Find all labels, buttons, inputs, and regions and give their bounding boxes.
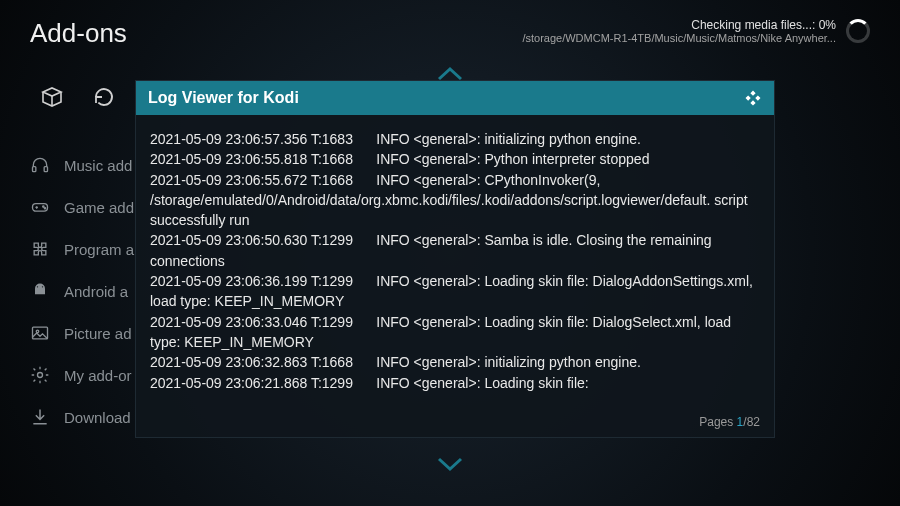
svg-point-4	[44, 208, 45, 209]
sidebar-item-picture[interactable]: Picture ad	[30, 323, 134, 343]
dialog-header: Log Viewer for Kodi	[136, 81, 774, 115]
sidebar-item-label: Android a	[64, 283, 128, 300]
headphones-icon	[30, 155, 50, 175]
log-line: 2021-05-09 23:06:55.672 T:1668 INFO <gen…	[150, 170, 760, 231]
sidebar-item-program[interactable]: Program a	[30, 239, 134, 259]
pages-total: 82	[747, 415, 760, 429]
sidebar-item-label: Download	[64, 409, 131, 426]
log-line: 2021-05-09 23:06:55.818 T:1668 INFO <gen…	[150, 149, 760, 169]
sidebar-item-label: Picture ad	[64, 325, 132, 342]
pager: Pages 1/82	[136, 415, 774, 437]
puzzle-icon	[30, 239, 50, 259]
page-title: Add-ons	[30, 18, 127, 49]
status-area: Checking media files...: 0% /storage/WDM…	[522, 18, 870, 44]
log-line: 2021-05-09 23:06:33.046 T:1299 INFO <gen…	[150, 312, 760, 353]
sidebar-item-label: Game add	[64, 199, 134, 216]
header: Add-ons Checking media files...: 0% /sto…	[30, 18, 870, 49]
svg-point-5	[37, 286, 38, 287]
sidebar-item-myaddons[interactable]: My add-or	[30, 365, 134, 385]
log-content: 2021-05-09 23:06:57.356 T:1683 INFO <gen…	[136, 115, 774, 415]
dialog-title: Log Viewer for Kodi	[148, 89, 299, 107]
log-line: 2021-05-09 23:06:36.199 T:1299 INFO <gen…	[150, 271, 760, 312]
log-line: 2021-05-09 23:06:32.863 T:1668 INFO <gen…	[150, 352, 760, 372]
toolbar	[40, 85, 116, 109]
svg-point-3	[43, 206, 44, 207]
svg-rect-0	[33, 167, 36, 172]
status-progress: Checking media files...: 0%	[691, 18, 836, 32]
download-icon	[30, 407, 50, 427]
sidebar-item-label: Program a	[64, 241, 134, 258]
sidebar-item-android[interactable]: Android a	[30, 281, 134, 301]
scroll-down-button[interactable]	[437, 450, 463, 478]
log-line: 2021-05-09 23:06:57.356 T:1683 INFO <gen…	[150, 129, 760, 149]
sidebar-item-music[interactable]: Music add	[30, 155, 134, 175]
gear-icon	[30, 365, 50, 385]
refresh-icon[interactable]	[92, 85, 116, 109]
sidebar: Music add Game add Program a Android a P…	[30, 155, 134, 427]
sidebar-item-game[interactable]: Game add	[30, 197, 134, 217]
spinner-icon	[846, 19, 870, 43]
log-line: 2021-05-09 23:06:21.868 T:1299 INFO <gen…	[150, 373, 760, 393]
kodi-logo-icon	[744, 89, 762, 107]
svg-point-9	[38, 373, 43, 378]
svg-rect-1	[44, 167, 47, 172]
status-path: /storage/WDMCM-R1-4TB/Music/Music/Matmos…	[522, 32, 836, 44]
log-line: 2021-05-09 23:06:50.630 T:1299 INFO <gen…	[150, 230, 760, 271]
android-icon	[30, 281, 50, 301]
svg-point-6	[42, 286, 43, 287]
sidebar-item-label: My add-or	[64, 367, 132, 384]
gamepad-icon	[30, 197, 50, 217]
pages-label: Pages	[699, 415, 736, 429]
sidebar-item-download[interactable]: Download	[30, 407, 134, 427]
log-viewer-dialog: Log Viewer for Kodi 2021-05-09 23:06:57.…	[135, 80, 775, 438]
box-icon[interactable]	[40, 85, 64, 109]
image-icon	[30, 323, 50, 343]
sidebar-item-label: Music add	[64, 157, 132, 174]
